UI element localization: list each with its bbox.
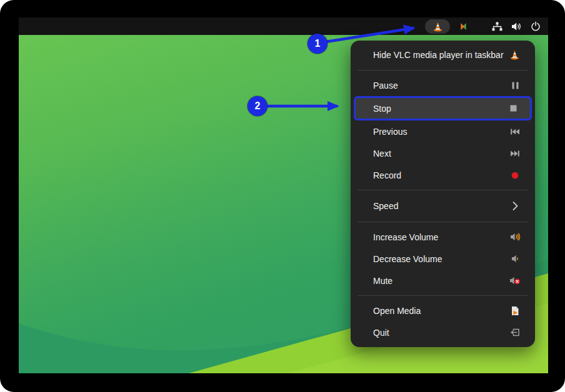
menu-item-label: Pause [373,81,509,91]
quit-icon [509,328,521,337]
vlc-cone-icon [509,49,520,60]
menu-item-decrease-volume[interactable]: Decrease Volume [351,248,535,270]
menu-item-pause[interactable]: Pause [351,74,535,96]
volume-up-icon [509,232,521,242]
menu-item-label: Quit [373,328,509,338]
top-bar [19,17,548,35]
chevron-right-icon [509,201,521,211]
vlc-tray-icon[interactable] [425,19,450,34]
stop-icon [507,105,519,112]
network-icon[interactable] [492,22,502,31]
menu-divider [358,70,528,71]
menu-item-label: Hide VLC media player in taskbar [373,50,504,60]
desktop: Hide VLC media player in taskbar Pause S… [19,17,548,373]
volume-mute-icon [509,276,521,285]
menu-item-label: Mute [373,276,509,286]
annotation-badge-2: 2 [248,96,268,116]
menu-item-mute[interactable]: Mute [351,270,535,292]
annotation-number: 2 [255,100,261,112]
menu-item-label: Stop [373,104,507,114]
annotation-number: 1 [315,38,321,49]
power-icon[interactable] [531,21,541,31]
menu-item-quit[interactable]: Quit [351,321,535,343]
record-icon [509,172,521,179]
menu-item-open-media[interactable]: Open Media [351,300,535,321]
next-icon [509,150,521,157]
volume-down-icon [509,254,521,263]
menu-item-label: Next [373,149,509,159]
menu-item-speed[interactable]: Speed [351,194,535,218]
volume-tray-icon[interactable] [511,22,522,31]
menu-item-previous[interactable]: Previous [351,120,535,142]
menu-item-hide-vlc[interactable]: Hide VLC media player in taskbar [351,43,535,66]
menu-item-increase-volume[interactable]: Increase Volume [351,226,535,248]
menu-item-next[interactable]: Next [351,142,535,164]
menu-item-label: Speed [373,201,509,211]
pause-icon [509,81,521,90]
menu-item-stop[interactable]: Stop [354,96,532,120]
menu-divider [358,190,528,190]
indicator-tray-icon[interactable] [459,22,468,31]
menu-item-label: Increase Volume [373,232,509,242]
open-media-icon [509,306,521,316]
menu-divider [358,295,528,296]
menu-item-label: Decrease Volume [373,254,509,264]
menu-item-record[interactable]: Record [351,164,535,186]
previous-icon [509,128,521,135]
annotation-badge-1: 1 [308,34,328,54]
menu-divider [358,222,528,222]
menu-item-label: Record [373,170,509,180]
vlc-tray-menu: Hide VLC media player in taskbar Pause S… [351,41,535,347]
screenshot-stage: Hide VLC media player in taskbar Pause S… [0,0,565,392]
menu-item-label: Open Media [373,306,509,316]
menu-item-label: Previous [373,127,509,137]
